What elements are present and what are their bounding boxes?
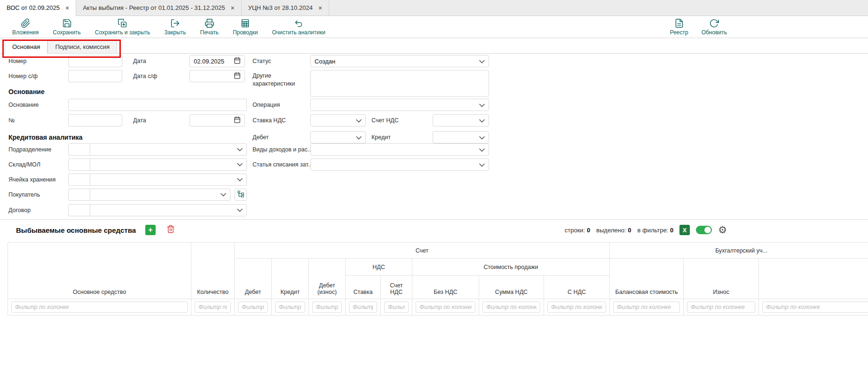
filter-input-vat-rate[interactable]: [349, 301, 377, 313]
invoice-date-input[interactable]: [189, 70, 245, 82]
assets-table-header: Основное средство Количество Счет Бухгал…: [8, 242, 868, 316]
filter-input-asset[interactable]: [11, 301, 188, 313]
filter-input-vat-account[interactable]: [384, 301, 409, 313]
column-header-with-vat[interactable]: С НДС: [544, 276, 610, 299]
save-button[interactable]: Сохранить: [53, 18, 81, 38]
cost-item-select[interactable]: [310, 158, 489, 171]
save-close-icon: [118, 18, 127, 28]
column-header-asset[interactable]: Основное средство: [8, 243, 191, 299]
refresh-button[interactable]: Обновить: [702, 18, 727, 36]
column-header-vat-sum[interactable]: Сумма НДС: [479, 276, 544, 299]
code-subfield[interactable]: [69, 174, 90, 185]
save-close-label: Сохранить и закрыть: [95, 29, 150, 36]
storage-cell-combo[interactable]: [68, 174, 247, 186]
trash-icon: [166, 225, 175, 235]
label-basis: Основание: [8, 99, 39, 111]
column-header-quantity[interactable]: Количество: [191, 243, 235, 299]
chevron-down-icon: [217, 193, 230, 197]
delete-row-button[interactable]: [165, 224, 176, 236]
label-vat-account: Счет НДС: [371, 114, 399, 127]
basis-number-input[interactable]: [68, 114, 122, 127]
column-header-credit[interactable]: Кредит: [272, 259, 309, 299]
number-input[interactable]: [68, 55, 122, 67]
close-icon[interactable]: ×: [230, 5, 234, 11]
filter-toggle[interactable]: [696, 226, 712, 234]
column-header-without-vat[interactable]: Без НДС: [412, 276, 479, 299]
tab-bar: ВОС от 02.09.2025 × Акты выбытия - Реест…: [0, 0, 868, 16]
excel-export-button[interactable]: X: [679, 225, 690, 235]
status-select[interactable]: Создан: [310, 55, 489, 67]
filter-input-debit-wear[interactable]: [312, 301, 342, 313]
basis-date-input[interactable]: [189, 114, 245, 127]
column-header-wear[interactable]: Износ: [684, 259, 759, 299]
filter-input-cut[interactable]: [762, 301, 868, 313]
rows-counter: строки: 0: [565, 227, 590, 234]
document-tab-1[interactable]: ВОС от 02.09.2025 ×: [0, 0, 76, 16]
filter-input-balance-value[interactable]: [613, 301, 680, 313]
buyer-hierarchy-button[interactable]: [235, 189, 247, 201]
buyer-combo[interactable]: [68, 189, 230, 201]
print-button[interactable]: Печать: [200, 18, 219, 38]
chevron-down-icon: [479, 102, 485, 109]
undo-icon: [294, 18, 304, 28]
attachments-label: Вложения: [12, 29, 39, 36]
form-tab-bar: Основная Подписи, комиссия: [0, 38, 868, 54]
vat-rate-select[interactable]: [310, 114, 366, 127]
chevron-down-icon: [233, 163, 246, 166]
date-input[interactable]: 02.09.2025: [189, 55, 245, 67]
registry-label: Реестр: [670, 29, 688, 36]
close-icon[interactable]: ×: [318, 5, 322, 11]
column-header-vat-rate[interactable]: Ставка: [346, 276, 381, 299]
operation-select[interactable]: [310, 99, 489, 111]
column-header-debit-wear[interactable]: Дебет (износ): [309, 259, 346, 299]
other-characteristics-textarea[interactable]: [310, 70, 489, 97]
income-expense-select[interactable]: [310, 143, 489, 156]
column-header-vat-account[interactable]: Счет НДС: [381, 276, 412, 299]
contract-combo[interactable]: [68, 204, 247, 216]
attachments-button[interactable]: Вложения: [12, 18, 39, 38]
division-combo[interactable]: [68, 143, 247, 156]
filter-input-debit[interactable]: [238, 301, 268, 313]
clear-analytics-button[interactable]: Очистить аналитики: [272, 18, 325, 38]
basis-input[interactable]: [68, 99, 247, 111]
filter-input-wear[interactable]: [687, 301, 755, 313]
save-and-close-button[interactable]: Сохранить и закрыть: [95, 18, 150, 38]
close-button[interactable]: Закрыть: [164, 18, 186, 38]
date-value: 02.09.2025: [194, 58, 224, 65]
code-subfield[interactable]: [69, 205, 90, 216]
debit-select[interactable]: [310, 131, 366, 143]
column-header-balance-value[interactable]: Балансовая стоимость: [610, 259, 684, 299]
code-subfield[interactable]: [69, 144, 90, 155]
document-tab-2[interactable]: Акты выбытия - Реестр от 01.01.2025 - 31…: [76, 0, 242, 16]
toolbar-right: Реестр Обновить: [670, 18, 727, 36]
tab-main[interactable]: Основная: [5, 40, 47, 54]
add-row-button[interactable]: +: [145, 225, 156, 235]
group-header-sale-cost: Стоимость продажи: [412, 259, 610, 276]
tab-signatures-commission[interactable]: Подписи, комиссия: [47, 40, 117, 54]
filter-input-quantity[interactable]: [195, 301, 231, 313]
gear-icon[interactable]: ⚙: [718, 225, 727, 235]
filter-input-vat-sum[interactable]: [482, 301, 540, 313]
document-tab-3[interactable]: УЦН №3 от 28.10.2024 ×: [242, 0, 329, 16]
column-header-debit[interactable]: Дебет: [235, 259, 272, 299]
column-header-cut: [759, 259, 868, 299]
group-header-vat: НДС: [346, 259, 412, 276]
close-icon[interactable]: ×: [65, 5, 69, 11]
invoice-number-input[interactable]: [68, 70, 122, 82]
label-income-expense-types: Виды доходов и рас...: [253, 143, 312, 156]
filter-input-without-vat[interactable]: [416, 301, 475, 313]
filter-input-credit[interactable]: [275, 301, 305, 313]
grid-titlebar: Выбываемые основные средства +: [16, 222, 176, 238]
grid-panel-divider: [0, 219, 868, 220]
filter-input-with-vat[interactable]: [547, 301, 606, 313]
postings-button[interactable]: Проводки: [233, 18, 258, 38]
code-subfield[interactable]: [69, 189, 90, 200]
label-basis-number: №: [8, 114, 15, 127]
vat-account-select[interactable]: [433, 114, 489, 127]
warehouse-combo[interactable]: [68, 158, 247, 171]
credit-select[interactable]: [433, 131, 489, 143]
code-subfield[interactable]: [69, 159, 90, 170]
filtered-counter: в фильтре: 0: [637, 227, 673, 234]
chevron-down-icon: [479, 58, 485, 65]
registry-button[interactable]: Реестр: [670, 18, 688, 36]
